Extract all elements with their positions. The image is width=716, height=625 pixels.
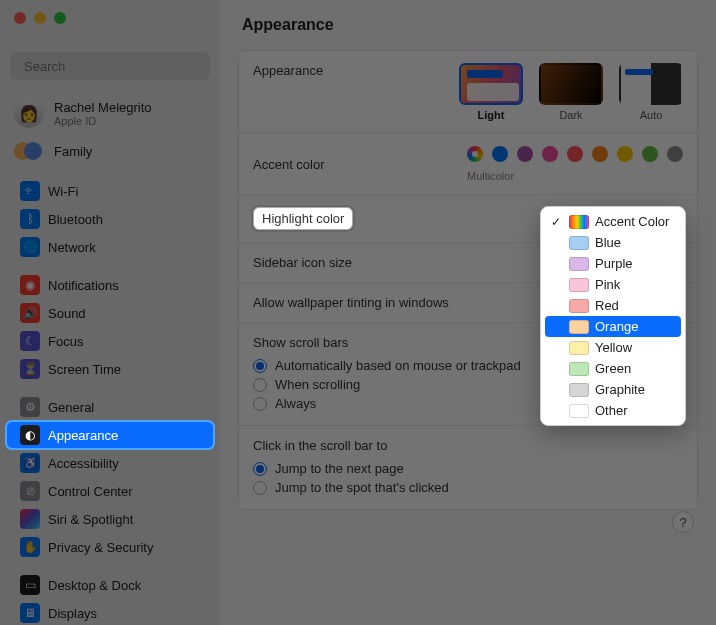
radio-icon — [253, 378, 267, 392]
appearance-option-auto[interactable]: Auto — [619, 63, 683, 121]
dropdown-item-graphite[interactable]: Graphite — [541, 379, 685, 400]
sidebar-item-label: Privacy & Security — [48, 540, 153, 555]
dropdown-item-label: Orange — [595, 319, 638, 334]
sidebar-item-displays[interactable]: 🖥Displays — [6, 599, 214, 625]
sidebar-item-label: Focus — [48, 334, 83, 349]
highlight-color-label[interactable]: Highlight color — [253, 207, 353, 230]
search-field[interactable] — [10, 52, 210, 80]
sidebar-item-privacy[interactable]: ✋Privacy & Security — [6, 533, 214, 561]
family-icon — [14, 142, 44, 160]
appearance-option-dark[interactable]: Dark — [539, 63, 603, 121]
accent-red[interactable] — [567, 146, 583, 162]
sidebar-item-label: Screen Time — [48, 362, 121, 377]
accent-selected-label: Multicolor — [467, 170, 514, 182]
dropdown-item-label: Purple — [595, 256, 633, 271]
sidebar-item-siri[interactable]: Siri & Spotlight — [6, 505, 214, 533]
appearance-option-light[interactable]: Light — [459, 63, 523, 121]
accent-blue[interactable] — [492, 146, 508, 162]
accent-label: Accent color — [253, 157, 403, 172]
traffic-lights[interactable] — [14, 12, 66, 24]
dropdown-item-blue[interactable]: Blue — [541, 232, 685, 253]
appearance-label: Appearance — [253, 63, 403, 78]
siri-icon — [20, 509, 40, 529]
appearance-icon: ◐ — [20, 425, 40, 445]
sidebar-icon-size-label: Sidebar icon size — [253, 255, 352, 270]
minimize-button[interactable] — [34, 12, 46, 24]
appearance-option-label: Light — [459, 109, 523, 121]
dropdown-item-yellow[interactable]: Yellow — [541, 337, 685, 358]
search-input[interactable] — [24, 59, 202, 74]
dropdown-item-other[interactable]: Other — [541, 400, 685, 421]
color-swatch — [569, 383, 589, 397]
dropdown-item-green[interactable]: Green — [541, 358, 685, 379]
page-title: Appearance — [220, 0, 716, 44]
sidebar-item-network[interactable]: 🌐Network — [6, 233, 214, 261]
sidebar-item-focus[interactable]: ☾Focus — [6, 327, 214, 355]
sidebar-item-label: Notifications — [48, 278, 119, 293]
accent-color-picker[interactable] — [467, 146, 683, 162]
accent-green[interactable] — [642, 146, 658, 162]
sidebar-item-controlcenter[interactable]: ⎚Control Center — [6, 477, 214, 505]
family-row[interactable]: Family — [0, 138, 220, 172]
switches-icon: ⎚ — [20, 481, 40, 501]
apple-id-row[interactable]: 👩 Rachel Melegrito Apple ID — [0, 94, 220, 138]
dropdown-item-purple[interactable]: Purple — [541, 253, 685, 274]
auto-thumb — [619, 63, 683, 105]
click-scroll-opt-next[interactable]: Jump to the next page — [253, 459, 683, 478]
color-swatch — [569, 341, 589, 355]
color-swatch — [569, 362, 589, 376]
dropdown-item-orange[interactable]: Orange — [545, 316, 681, 337]
highlight-color-dropdown[interactable]: ✓Accent ColorBluePurplePinkRedOrangeYell… — [540, 206, 686, 426]
color-swatch — [569, 278, 589, 292]
sidebar-item-notifications[interactable]: ◉Notifications — [6, 271, 214, 299]
check-icon: ✓ — [549, 215, 563, 229]
family-label: Family — [54, 144, 92, 159]
dropdown-item-red[interactable]: Red — [541, 295, 685, 316]
close-button[interactable] — [14, 12, 26, 24]
accent-purple[interactable] — [517, 146, 533, 162]
sidebar-item-accessibility[interactable]: ♿Accessibility — [6, 449, 214, 477]
sidebar-item-label: Sound — [48, 306, 86, 321]
maximize-button[interactable] — [54, 12, 66, 24]
radio-label: Jump to the spot that's clicked — [275, 480, 449, 495]
help-button[interactable]: ? — [672, 511, 694, 533]
sound-icon: 🔊 — [20, 303, 40, 323]
dropdown-item-label: Green — [595, 361, 631, 376]
sidebar-item-bluetooth[interactable]: ᛒBluetooth — [6, 205, 214, 233]
dropdown-item-label: Graphite — [595, 382, 645, 397]
accent-pink[interactable] — [542, 146, 558, 162]
radio-icon — [253, 359, 267, 373]
color-swatch — [569, 236, 589, 250]
sidebar-item-appearance[interactable]: ◐Appearance — [6, 421, 214, 449]
sidebar-item-general[interactable]: ⚙General — [6, 393, 214, 421]
sidebar-item-wifi[interactable]: ᯤWi-Fi — [6, 177, 214, 205]
sidebar-item-sound[interactable]: 🔊Sound — [6, 299, 214, 327]
accent-orange[interactable] — [592, 146, 608, 162]
dropdown-item-pink[interactable]: Pink — [541, 274, 685, 295]
color-swatch — [569, 299, 589, 313]
accent-multicolor[interactable] — [467, 146, 483, 162]
accent-yellow[interactable] — [617, 146, 633, 162]
sidebar: 👩 Rachel Melegrito Apple ID Family ᯤWi-F… — [0, 0, 220, 625]
radio-label: Jump to the next page — [275, 461, 404, 476]
hourglass-icon: ⏳ — [20, 359, 40, 379]
wifi-icon: ᯤ — [20, 181, 40, 201]
sidebar-item-label: Wi-Fi — [48, 184, 78, 199]
dropdown-item-label: Pink — [595, 277, 620, 292]
sidebar-item-screentime[interactable]: ⏳Screen Time — [6, 355, 214, 383]
radio-label: When scrolling — [275, 377, 360, 392]
click-scroll-opt-spot[interactable]: Jump to the spot that's clicked — [253, 478, 683, 497]
color-swatch — [569, 215, 589, 229]
user-name: Rachel Melegrito — [54, 100, 152, 115]
dropdown-item-label: Blue — [595, 235, 621, 250]
sidebar-item-label: Network — [48, 240, 96, 255]
gear-icon: ⚙ — [20, 397, 40, 417]
dropdown-item-label: Yellow — [595, 340, 632, 355]
accent-graphite[interactable] — [667, 146, 683, 162]
appearance-option-label: Dark — [539, 109, 603, 121]
radio-icon — [253, 481, 267, 495]
radio-icon — [253, 397, 267, 411]
bluetooth-icon: ᛒ — [20, 209, 40, 229]
dropdown-item-accent-color[interactable]: ✓Accent Color — [541, 211, 685, 232]
sidebar-item-desktop[interactable]: ▭Desktop & Dock — [6, 571, 214, 599]
